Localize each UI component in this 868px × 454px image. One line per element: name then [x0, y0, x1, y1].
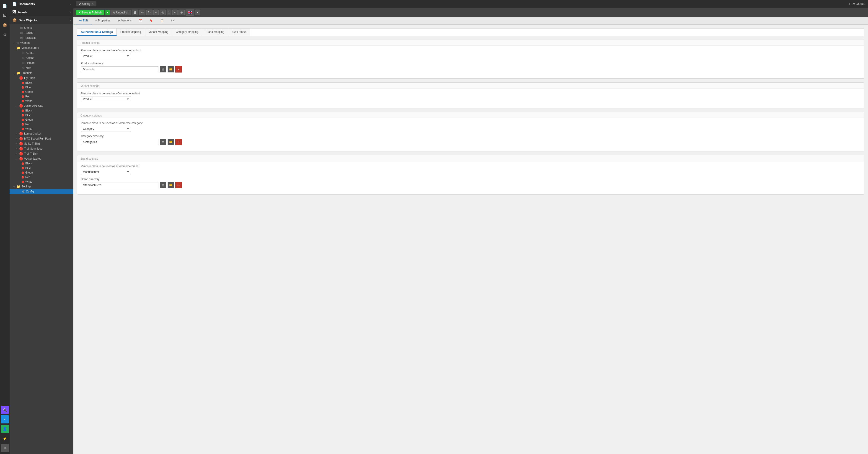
category-dir-browse-btn[interactable]	[167, 139, 174, 145]
product-settings-panel: Product settings Pimcore class to be use…	[77, 39, 864, 79]
edit-button[interactable]: ✏	[139, 9, 146, 15]
category-dir-input[interactable]	[81, 139, 158, 145]
tab-category-mapping[interactable]: Category Mapping	[172, 29, 202, 36]
tree-item-junior-red[interactable]: 🔴 Red	[9, 122, 73, 126]
tree-item-fly-short-green[interactable]: 🔴 Green	[9, 90, 73, 94]
tree-item-shorts[interactable]: ⊞ Shorts	[9, 25, 73, 30]
info-dropdown-button[interactable]: ▾	[172, 9, 178, 15]
sidebar-data-objects-header[interactable]: 📦 Data Objects ›	[9, 16, 73, 24]
tree-item-strike-t-shirt[interactable]: + 🔴 Strike T-Shirt	[9, 141, 73, 146]
tree-item-vector-black[interactable]: 🔴 Black	[9, 161, 73, 166]
tree-item-vector-green[interactable]: 🔴 Green	[9, 170, 73, 175]
tree-item-products[interactable]: − 📁 Products	[9, 70, 73, 75]
tab-config[interactable]: ⚙ Config ✕	[76, 1, 96, 6]
tree-item-hamari[interactable]: ⊞ Hamari	[9, 60, 73, 65]
brand-dir-target-btn[interactable]: ◎	[160, 182, 166, 188]
vector-green-label: Green	[25, 171, 33, 174]
tree-item-t-shirts[interactable]: ⊞ T-Shirts	[9, 30, 73, 35]
tree-item-junior-blue[interactable]: 🔴 Blue	[9, 113, 73, 117]
category-dir-clear-btn[interactable]: ✕	[175, 139, 182, 145]
tree-item-nike[interactable]: ⊞ Nike	[9, 65, 73, 70]
subtab-tag[interactable]: 🏷	[167, 17, 177, 24]
junior-icon: 🔴	[19, 104, 23, 108]
brand-dir-browse-btn[interactable]	[167, 182, 174, 188]
tree-item-vector-blue[interactable]: 🔴 Blue	[9, 166, 73, 170]
toggle-women: +	[13, 41, 16, 44]
tree-item-config[interactable]: ⚙ Config	[9, 189, 73, 194]
brand-class-select[interactable]: Product Category Manufacturer	[81, 169, 131, 175]
products-dir-browse-btn[interactable]	[167, 66, 174, 72]
target-button[interactable]: ◎	[160, 9, 166, 15]
subtab-schedule[interactable]: 📅	[135, 17, 146, 24]
subtab-bookmark[interactable]: 🔖	[146, 17, 157, 24]
category-class-select[interactable]: Product Category Manufacturer	[81, 126, 131, 132]
tree-item-trail-seamless[interactable]: + 🔴 Trail Seamless	[9, 146, 73, 151]
save-dropdown-button[interactable]: ▾	[105, 10, 110, 15]
assets-nav-icon[interactable]: 🖼	[1, 11, 9, 20]
unpublish-button[interactable]: ⊘ Unpublish	[111, 10, 131, 15]
tree-item-junior-white[interactable]: 🔴 White	[9, 126, 73, 131]
products-dir-target-btn[interactable]: ◎	[160, 66, 166, 72]
tab-auth-settings[interactable]: Authorization & Settings	[77, 29, 117, 36]
tree-item-fly-short-blue[interactable]: 🔴 Blue	[9, 85, 73, 90]
products-dir-input[interactable]	[81, 66, 158, 72]
sidebar-assets-header[interactable]: 🖼 Assets ›	[9, 8, 73, 16]
tab-config-close-icon[interactable]: ✕	[92, 2, 94, 5]
tree-item-vector-jacket[interactable]: − 🔴 Vector Jacket	[9, 156, 73, 161]
tree-item-lumos-jacket[interactable]: + 🔴 Lumos Jacket	[9, 131, 73, 136]
tree-item-mtx-speed-run-pant[interactable]: + 🔴 MTX Speed Run Pant	[9, 136, 73, 141]
tree-item-tracksuits[interactable]: ⊞ Tracksuits	[9, 35, 73, 40]
tree-item-settings[interactable]: − 📁 Settings	[9, 184, 73, 189]
documents-nav-icon[interactable]: 📄	[1, 2, 9, 10]
tree-item-fly-short-white[interactable]: 🔴 White	[9, 99, 73, 103]
flag-dropdown-button[interactable]: ▾	[195, 9, 200, 15]
subtab-edit-icon: ✏	[79, 19, 82, 22]
plugin-icon[interactable]: 🔌	[1, 406, 9, 414]
tree-item-vector-red[interactable]: 🔴 Red	[9, 175, 73, 179]
vector-red-label: Red	[25, 176, 30, 179]
tree-item-junior-green[interactable]: 🔴 Green	[9, 117, 73, 122]
infinity-icon[interactable]: ∞	[1, 444, 9, 452]
subtab-clipboard[interactable]: 📋	[157, 17, 167, 24]
tree-item-junior-black[interactable]: 🔴 Black	[9, 108, 73, 113]
tree-item-fly-short-black[interactable]: 🔴 Black	[9, 81, 73, 85]
junior-blue-icon: 🔴	[22, 114, 24, 117]
brand-dir-clear-btn[interactable]: ✕	[175, 182, 182, 188]
tree-item-fly-short[interactable]: − 🔴 Fly Short	[9, 75, 73, 81]
tree-item-trail-t-shirt[interactable]: + 🔴 Trail T-Shirt	[9, 151, 73, 156]
flag-button[interactable]: 🇬🇧	[186, 9, 194, 16]
delete-button[interactable]: 🗑	[132, 9, 138, 15]
products-dir-clear-btn[interactable]: ✕	[175, 66, 182, 72]
user-profile-icon[interactable]: 👤	[1, 425, 9, 433]
save-publish-button[interactable]: ✔ Save & Publish	[76, 10, 104, 15]
tree-item-junior-ap1-cap[interactable]: − 🔴 Junior AP1 Cap	[9, 103, 73, 108]
tools-nav-icon[interactable]: ⚙	[1, 31, 9, 39]
product-class-select[interactable]: Product Category Manufacturer	[81, 53, 131, 59]
refresh-button[interactable]: ↻	[146, 9, 153, 15]
tree-item-vector-white[interactable]: 🔴 White	[9, 179, 73, 184]
tab-variant-mapping[interactable]: Variant Mapping	[145, 29, 172, 36]
data-objects-nav-icon[interactable]: 📦	[1, 21, 9, 29]
workflow-icon[interactable]: ⚡	[1, 434, 9, 443]
notification-badge-icon[interactable]: 4	[1, 415, 9, 423]
tab-product-mapping[interactable]: Product Mapping	[117, 29, 145, 36]
info-button[interactable]: ℹ	[167, 9, 172, 15]
tree-item-fly-short-red[interactable]: 🔴 Red	[9, 94, 73, 99]
junior-black-icon: 🔴	[22, 110, 24, 112]
t-shirts-label: T-Shirts	[24, 31, 33, 34]
subtab-properties[interactable]: ≡ Properties	[92, 17, 114, 24]
tab-sync-status[interactable]: Sync Status	[228, 29, 250, 36]
tree-item-manufacturers[interactable]: − 📁 Manufacturers	[9, 46, 73, 51]
refresh-dropdown-button[interactable]: ▾	[153, 9, 159, 15]
tree-item-adidas[interactable]: ⊞ Adidas	[9, 55, 73, 60]
tab-brand-mapping[interactable]: Brand Mapping	[202, 29, 228, 36]
category-dir-target-btn[interactable]: ◎	[160, 139, 166, 145]
share-button[interactable]: ⊙	[179, 9, 185, 15]
brand-dir-input[interactable]	[81, 182, 158, 188]
sidebar-documents-header[interactable]: 📄 Documents ›	[9, 0, 73, 8]
tree-item-acme[interactable]: ⊞ ACME	[9, 51, 73, 55]
variant-class-select[interactable]: Product Category Manufacturer	[81, 96, 131, 102]
subtab-versions[interactable]: ⊕ Versions	[114, 17, 135, 24]
tree-item-women[interactable]: + ⊞ Women	[9, 40, 73, 46]
subtab-edit[interactable]: ✏ Edit	[76, 17, 92, 24]
